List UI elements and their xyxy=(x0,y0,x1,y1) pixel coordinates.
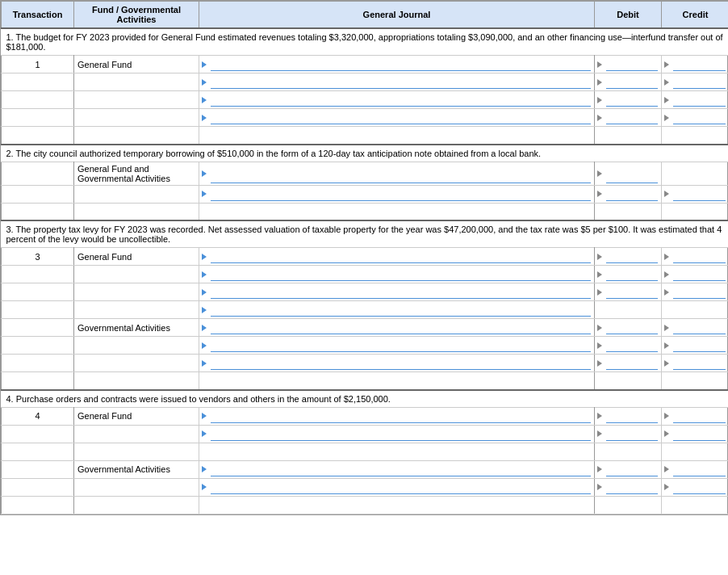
table-row xyxy=(2,185,729,203)
journal-entry-cell[interactable] xyxy=(199,266,595,283)
fund-name xyxy=(74,203,199,220)
header-row: Transaction Fund / Governmental Activiti… xyxy=(2,2,729,29)
credit-cell[interactable] xyxy=(662,478,729,496)
debit-cell[interactable] xyxy=(595,319,662,337)
journal-entry-cell[interactable] xyxy=(199,73,595,91)
debit-arrow-icon xyxy=(597,413,602,419)
credit-cell[interactable] xyxy=(662,203,729,220)
journal-entry-cell[interactable] xyxy=(199,407,595,425)
fund-name xyxy=(74,425,199,443)
debit-cell[interactable] xyxy=(595,91,662,109)
journal-entry-cell[interactable] xyxy=(199,372,595,390)
journal-entry-cell[interactable] xyxy=(199,425,595,443)
fund-name xyxy=(74,372,199,390)
input-underline xyxy=(211,351,591,352)
debit-arrow-icon xyxy=(597,254,602,260)
journal-entry-cell[interactable] xyxy=(199,337,595,355)
debit-cell[interactable] xyxy=(595,355,662,372)
journal-entry-cell[interactable] xyxy=(199,248,595,266)
input-underline xyxy=(211,334,591,334)
input-underline xyxy=(211,440,591,441)
journal-entry-cell[interactable] xyxy=(199,478,595,496)
credit-cell[interactable] xyxy=(662,248,729,266)
debit-cell[interactable] xyxy=(595,337,662,355)
journal-entry-cell[interactable] xyxy=(199,56,595,73)
debit-cell[interactable] xyxy=(595,185,662,203)
debit-cell[interactable] xyxy=(595,407,662,425)
credit-cell[interactable] xyxy=(662,73,729,91)
credit-cell[interactable] xyxy=(662,425,729,443)
journal-entry-cell[interactable] xyxy=(199,355,595,372)
debit-cell[interactable] xyxy=(595,425,662,443)
journal-entry-cell[interactable] xyxy=(199,301,595,319)
credit-cell[interactable] xyxy=(662,443,729,460)
journal-entry-cell[interactable] xyxy=(199,91,595,109)
debit-cell[interactable] xyxy=(595,248,662,266)
journal-entry-cell[interactable] xyxy=(199,283,595,301)
debit-cell[interactable] xyxy=(595,73,662,91)
credit-cell[interactable] xyxy=(662,372,729,390)
journal-entry-cell[interactable] xyxy=(199,127,595,145)
fund-name xyxy=(74,496,199,514)
credit-cell[interactable] xyxy=(662,127,729,145)
journal-entry-cell[interactable] xyxy=(199,443,595,460)
credit-cell[interactable] xyxy=(662,185,729,203)
debit-cell[interactable] xyxy=(595,203,662,220)
debit-cell[interactable] xyxy=(595,496,662,514)
debit-cell[interactable] xyxy=(595,460,662,478)
transaction-number xyxy=(2,337,74,355)
debit-arrow-icon xyxy=(597,170,602,177)
input-underline xyxy=(211,369,591,370)
debit-cell[interactable] xyxy=(595,283,662,301)
debit-cell[interactable] xyxy=(595,266,662,283)
transaction-number xyxy=(2,443,74,460)
transaction-number xyxy=(2,283,74,301)
journal-entry-cell[interactable] xyxy=(199,496,595,514)
debit-cell[interactable] xyxy=(595,162,662,185)
credit-arrow-icon xyxy=(664,254,669,260)
credit-underline xyxy=(673,200,726,201)
credit-arrow-icon xyxy=(664,79,669,86)
journal-entry-cell[interactable] xyxy=(199,185,595,203)
debit-cell[interactable] xyxy=(595,127,662,145)
credit-cell[interactable] xyxy=(662,460,729,478)
debit-arrow-icon xyxy=(597,271,602,278)
credit-cell[interactable] xyxy=(662,355,729,372)
credit-cell[interactable] xyxy=(662,319,729,337)
credit-underline xyxy=(673,298,726,299)
credit-underline xyxy=(673,106,726,107)
credit-cell[interactable] xyxy=(662,496,729,514)
debit-arrow-icon xyxy=(597,79,602,86)
journal-entry-cell[interactable] xyxy=(199,460,595,478)
debit-cell[interactable] xyxy=(595,109,662,127)
credit-cell[interactable] xyxy=(662,283,729,301)
credit-arrow-icon xyxy=(664,413,669,419)
header-fund: Fund / Governmental Activities xyxy=(74,2,199,29)
journal-entry-cell[interactable] xyxy=(199,319,595,337)
transaction-number xyxy=(2,185,74,203)
credit-cell[interactable] xyxy=(662,109,729,127)
credit-cell[interactable] xyxy=(662,91,729,109)
debit-cell[interactable] xyxy=(595,443,662,460)
debit-arrow-icon xyxy=(597,191,602,197)
credit-cell[interactable] xyxy=(662,301,729,319)
debit-cell[interactable] xyxy=(595,301,662,319)
debit-arrow-icon xyxy=(597,484,602,490)
credit-cell[interactable] xyxy=(662,162,729,185)
debit-cell[interactable] xyxy=(595,372,662,390)
input-underline xyxy=(211,200,591,201)
header-transaction: Transaction xyxy=(2,2,74,29)
credit-cell[interactable] xyxy=(662,337,729,355)
journal-entry-cell[interactable] xyxy=(199,203,595,220)
arrow-icon xyxy=(202,191,207,197)
debit-underline xyxy=(606,70,658,71)
journal-entry-cell[interactable] xyxy=(199,109,595,127)
credit-cell[interactable] xyxy=(662,407,729,425)
credit-cell[interactable] xyxy=(662,266,729,283)
credit-underline xyxy=(673,369,726,370)
credit-cell[interactable] xyxy=(662,56,729,73)
debit-cell[interactable] xyxy=(595,478,662,496)
journal-entry-cell[interactable] xyxy=(199,162,595,185)
debit-cell[interactable] xyxy=(595,56,662,73)
table-row: 3General Fund xyxy=(2,248,729,266)
